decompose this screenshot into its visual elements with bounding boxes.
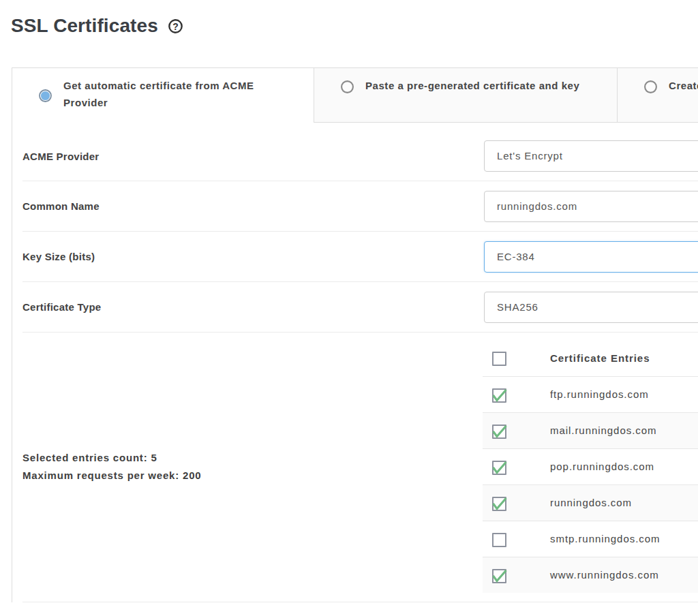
svg-text:?: ? bbox=[172, 21, 179, 32]
